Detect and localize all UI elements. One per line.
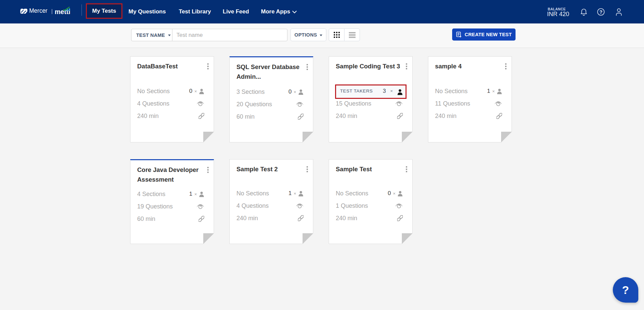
svg-text:mettl: mettl [55, 8, 70, 15]
svg-text:?: ? [599, 9, 602, 15]
